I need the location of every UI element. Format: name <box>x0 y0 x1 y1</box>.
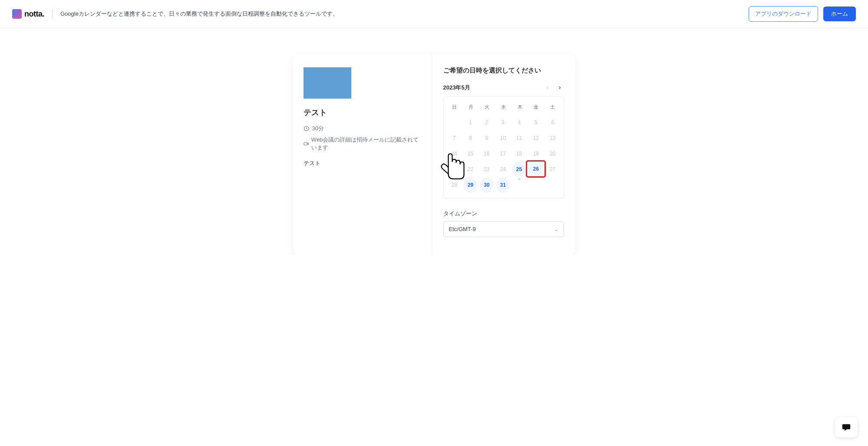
calendar-day-10: 10 <box>496 130 510 146</box>
event-description: テスト <box>304 159 421 167</box>
timezone-select[interactable]: Etc/GMT-9 ⌄ <box>443 221 564 237</box>
calendar-day-8: 8 <box>463 130 477 146</box>
calendar-day-empty <box>546 177 560 193</box>
calendar-day-6: 6 <box>546 115 560 130</box>
video-icon <box>304 141 309 147</box>
calendar-dow: 日 <box>446 101 463 115</box>
calendar-day-empty <box>529 177 543 193</box>
calendar-day-20: 20 <box>546 146 560 162</box>
calendar-dow: 土 <box>545 101 561 115</box>
logo-icon <box>12 9 22 19</box>
calendar-header: 2023年5月 <box>443 83 564 92</box>
calendar-month-label: 2023年5月 <box>443 84 470 92</box>
duration-text: 30分 <box>312 125 324 132</box>
next-month-button[interactable] <box>555 83 564 92</box>
calendar-day-23: 23 <box>480 162 494 177</box>
header-right: アプリのダウンロード ホーム <box>749 6 856 22</box>
event-location-row: Web会議の詳細は招待メールに記載されています <box>304 136 421 152</box>
calendar-day-1: 1 <box>463 115 477 130</box>
timezone-label: タイムゾーン <box>443 210 564 218</box>
calendar-day-16: 16 <box>480 146 494 162</box>
timezone-value: Etc/GMT-9 <box>449 226 476 232</box>
calendar-dow-row: 日月火水木金土 <box>446 101 561 115</box>
calendar-day-27: 27 <box>546 162 560 177</box>
header-divider <box>52 9 53 19</box>
calendar-day-28: 28 <box>447 177 461 193</box>
datetime-picker-panel: ご希望の日時を選択してください 2023年5月 日月火水木金土 12345678… <box>432 54 575 254</box>
location-text: Web会議の詳細は招待メールに記載されています <box>311 136 421 152</box>
chevron-down-icon: ⌄ <box>554 226 558 232</box>
calendar-day-12: 12 <box>529 130 543 146</box>
app-header: notta. Googleカレンダーなどと連携することで、日々の業務で発生する面… <box>0 0 868 28</box>
calendar-dow: 金 <box>528 101 545 115</box>
header-left: notta. Googleカレンダーなどと連携することで、日々の業務で発生する面… <box>12 9 338 19</box>
header-description: Googleカレンダーなどと連携することで、日々の業務で発生する面倒な日程調整を… <box>60 10 338 18</box>
calendar-day-5: 5 <box>529 115 543 130</box>
picker-heading: ご希望の日時を選択してください <box>443 66 564 75</box>
calendar-day-24: 24 <box>496 162 510 177</box>
main-content: テスト 30分 Web会議の詳細は招待メールに記載されています テスト ご希望の… <box>0 28 868 254</box>
calendar-day-18: 18 <box>512 146 526 162</box>
home-button[interactable]: ホーム <box>823 7 856 21</box>
calendar-days-grid: 1234567891011121314151617181920212223242… <box>446 115 561 193</box>
prev-month-button <box>543 83 552 92</box>
calendar-dow: 火 <box>479 101 495 115</box>
calendar-box: 日月火水木金土 12345678910111213141516171819202… <box>443 96 564 198</box>
calendar-day-7: 7 <box>447 130 461 146</box>
calendar-day-21: 21 <box>447 162 461 177</box>
brand-name: notta. <box>24 10 44 19</box>
calendar-day-22: 22 <box>463 162 477 177</box>
brand-logo[interactable]: notta. <box>12 9 44 19</box>
calendar-day-14: 14 <box>447 146 461 162</box>
event-title: テスト <box>304 107 421 118</box>
calendar-day-17: 17 <box>496 146 510 162</box>
calendar-day-11: 11 <box>512 130 526 146</box>
clock-icon <box>304 126 310 132</box>
calendar-day-26[interactable]: 26 <box>527 162 545 176</box>
calendar-day-3: 3 <box>496 115 510 130</box>
calendar-day-empty <box>512 177 526 193</box>
calendar-day-30[interactable]: 30 <box>480 177 494 193</box>
calendar-nav <box>543 83 564 92</box>
calendar-day-25[interactable]: 25 <box>512 162 526 177</box>
download-app-button[interactable]: アプリのダウンロード <box>749 6 818 22</box>
calendar-day-2: 2 <box>480 115 494 130</box>
calendar-day-13: 13 <box>546 130 560 146</box>
calendar-day-4: 4 <box>512 115 526 130</box>
event-duration-row: 30分 <box>304 125 421 132</box>
chevron-left-icon <box>545 86 550 90</box>
calendar-day-19: 19 <box>529 146 543 162</box>
event-info-panel: テスト 30分 Web会議の詳細は招待メールに記載されています テスト <box>293 54 432 254</box>
event-thumbnail <box>304 67 351 99</box>
calendar-day-empty <box>447 115 461 130</box>
calendar-dow: 月 <box>462 101 479 115</box>
chevron-right-icon <box>557 85 562 90</box>
calendar-dow: 水 <box>495 101 512 115</box>
calendar-day-29[interactable]: 29 <box>463 177 477 193</box>
svg-rect-1 <box>304 142 307 145</box>
booking-card: テスト 30分 Web会議の詳細は招待メールに記載されています テスト ご希望の… <box>293 54 575 254</box>
calendar-dow: 木 <box>512 101 528 115</box>
calendar-day-15: 15 <box>463 146 477 162</box>
calendar-day-31[interactable]: 31 <box>496 177 510 193</box>
calendar-day-9: 9 <box>480 130 494 146</box>
